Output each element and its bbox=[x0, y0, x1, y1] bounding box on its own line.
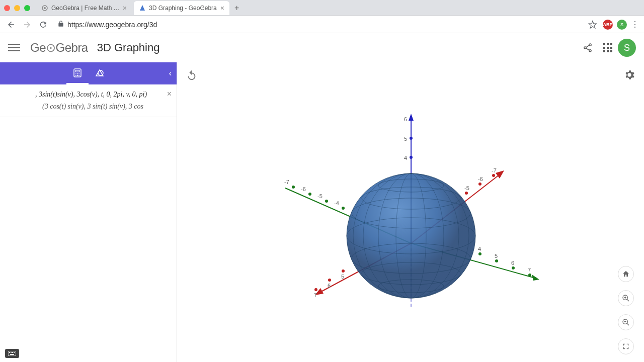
svg-point-43 bbox=[528, 274, 531, 277]
algebra-tab[interactable] bbox=[66, 62, 89, 84]
svg-point-20 bbox=[78, 73, 79, 74]
tab-favicon-icon bbox=[139, 5, 146, 12]
fullscreen-button[interactable] bbox=[618, 338, 634, 354]
collapse-sidebar-button[interactable]: ‹ bbox=[169, 69, 172, 78]
svg-point-22 bbox=[77, 75, 78, 76]
svg-text:4: 4 bbox=[478, 246, 481, 252]
tools-tab[interactable] bbox=[89, 62, 111, 84]
svg-text:-4: -4 bbox=[334, 200, 339, 206]
svg-text:6: 6 bbox=[511, 260, 514, 266]
app-header: Ge⊙Gebra 3D Graphing S bbox=[0, 33, 644, 62]
profile-avatar[interactable]: S bbox=[618, 39, 636, 57]
svg-point-65 bbox=[478, 183, 481, 186]
browser-tab-bar: GeoGebra | Free Math Apps - . × 3D Graph… bbox=[0, 0, 644, 16]
svg-point-57 bbox=[342, 269, 345, 273]
3d-graphics-view[interactable]: 6 5 4 4 5 6 7 -4 -5 -6 -7 5 6 7 -5 -6 - bbox=[177, 62, 644, 362]
svg-text:-6: -6 bbox=[301, 186, 306, 192]
svg-rect-15 bbox=[610, 50, 612, 52]
delete-expression-button[interactable]: × bbox=[167, 89, 172, 99]
virtual-keyboard-button[interactable] bbox=[5, 349, 19, 358]
home-view-button[interactable] bbox=[618, 266, 634, 282]
reload-button[interactable] bbox=[37, 19, 49, 31]
svg-point-49 bbox=[308, 193, 311, 196]
app-title: 3D Graphing bbox=[97, 41, 160, 54]
back-button[interactable] bbox=[5, 19, 17, 31]
svg-rect-91 bbox=[11, 352, 12, 353]
svg-point-41 bbox=[512, 266, 515, 269]
svg-line-87 bbox=[627, 323, 629, 325]
url-bar: https://www.geogebra.org/3d ABP S ⋮ bbox=[0, 16, 644, 33]
svg-rect-10 bbox=[603, 47, 605, 49]
zoom-in-button[interactable] bbox=[618, 290, 634, 306]
expression-row[interactable]: , 3sin(t)sin(v), 3cos(v), t, 0, 2pi, v, … bbox=[0, 84, 177, 117]
svg-point-63 bbox=[465, 192, 468, 195]
svg-text:-6: -6 bbox=[478, 176, 483, 182]
svg-point-21 bbox=[75, 75, 76, 76]
svg-point-32 bbox=[410, 156, 413, 159]
address-bar[interactable]: https://www.geogebra.org/3d bbox=[53, 20, 583, 29]
tab-close-icon[interactable]: × bbox=[123, 4, 127, 12]
svg-text:7: 7 bbox=[314, 292, 317, 298]
view-controls bbox=[618, 266, 634, 354]
svg-point-39 bbox=[495, 259, 498, 262]
bookmark-button[interactable] bbox=[587, 19, 599, 31]
svg-text:4: 4 bbox=[404, 155, 407, 161]
svg-point-23 bbox=[78, 75, 79, 76]
tab-title: GeoGebra | Free Math Apps - . bbox=[51, 5, 120, 12]
svg-marker-35 bbox=[532, 275, 539, 281]
svg-point-67 bbox=[492, 174, 495, 177]
expression-result: (3 cos(t) sin(v), 3 sin(t) sin(v), 3 cos bbox=[7, 103, 170, 111]
svg-rect-12 bbox=[610, 47, 612, 49]
svg-text:6: 6 bbox=[404, 116, 407, 122]
svg-point-28 bbox=[410, 118, 413, 121]
svg-rect-8 bbox=[607, 43, 609, 45]
window-maximize-button[interactable] bbox=[24, 5, 30, 11]
adblock-icon[interactable]: ABP bbox=[603, 20, 613, 30]
app-logo[interactable]: Ge⊙Gebra bbox=[30, 41, 88, 55]
tab-close-icon[interactable]: × bbox=[220, 4, 224, 12]
svg-point-47 bbox=[325, 200, 328, 203]
svg-rect-89 bbox=[8, 351, 16, 356]
svg-text:-7: -7 bbox=[492, 167, 497, 173]
browser-tab[interactable]: 3D Graphing - GeoGebra × bbox=[134, 1, 229, 15]
svg-line-6 bbox=[586, 48, 590, 50]
svg-point-37 bbox=[478, 252, 481, 255]
svg-rect-13 bbox=[603, 50, 605, 52]
svg-rect-92 bbox=[12, 352, 13, 353]
zoom-out-button[interactable] bbox=[618, 314, 634, 330]
svg-point-18 bbox=[75, 73, 76, 74]
svg-point-59 bbox=[328, 279, 331, 282]
profile-avatar-small[interactable]: S bbox=[617, 20, 627, 30]
apps-button[interactable] bbox=[598, 38, 618, 58]
svg-point-51 bbox=[292, 186, 295, 189]
browser-tab[interactable]: GeoGebra | Free Math Apps - . × bbox=[36, 1, 132, 15]
svg-rect-9 bbox=[610, 43, 612, 45]
window-controls bbox=[4, 5, 30, 11]
svg-rect-7 bbox=[603, 43, 605, 45]
svg-text:5: 5 bbox=[404, 136, 407, 142]
share-button[interactable] bbox=[578, 38, 598, 58]
svg-rect-90 bbox=[9, 352, 10, 353]
forward-button[interactable] bbox=[21, 19, 33, 31]
expression-input[interactable]: , 3sin(t)sin(v), 3cos(v), t, 0, 2pi, v, … bbox=[7, 90, 170, 99]
svg-text:-5: -5 bbox=[464, 185, 469, 191]
svg-rect-94 bbox=[10, 354, 14, 355]
menu-button[interactable] bbox=[8, 42, 20, 54]
lock-icon bbox=[57, 20, 64, 29]
browser-menu-button[interactable]: ⋮ bbox=[631, 20, 639, 29]
url-text: https://www.geogebra.org/3d bbox=[67, 21, 157, 29]
tab-title: 3D Graphing - GeoGebra bbox=[149, 5, 217, 12]
svg-text:5: 5 bbox=[495, 253, 498, 259]
window-close-button[interactable] bbox=[4, 5, 10, 11]
svg-rect-93 bbox=[14, 352, 15, 353]
3d-plot[interactable]: 6 5 4 4 5 6 7 -4 -5 -6 -7 5 6 7 -5 -6 - bbox=[177, 62, 644, 362]
sidebar-tab-bar: ‹ bbox=[0, 62, 177, 84]
svg-line-83 bbox=[627, 299, 629, 301]
window-minimize-button[interactable] bbox=[14, 5, 20, 11]
svg-text:5: 5 bbox=[341, 274, 344, 280]
svg-text:-7: -7 bbox=[284, 179, 289, 185]
svg-point-61 bbox=[314, 288, 317, 291]
new-tab-button[interactable]: + bbox=[234, 4, 239, 13]
algebra-panel: ‹ , 3sin(t)sin(v), 3cos(v), t, 0, 2pi, v… bbox=[0, 62, 177, 362]
tab-favicon-icon bbox=[41, 5, 48, 12]
